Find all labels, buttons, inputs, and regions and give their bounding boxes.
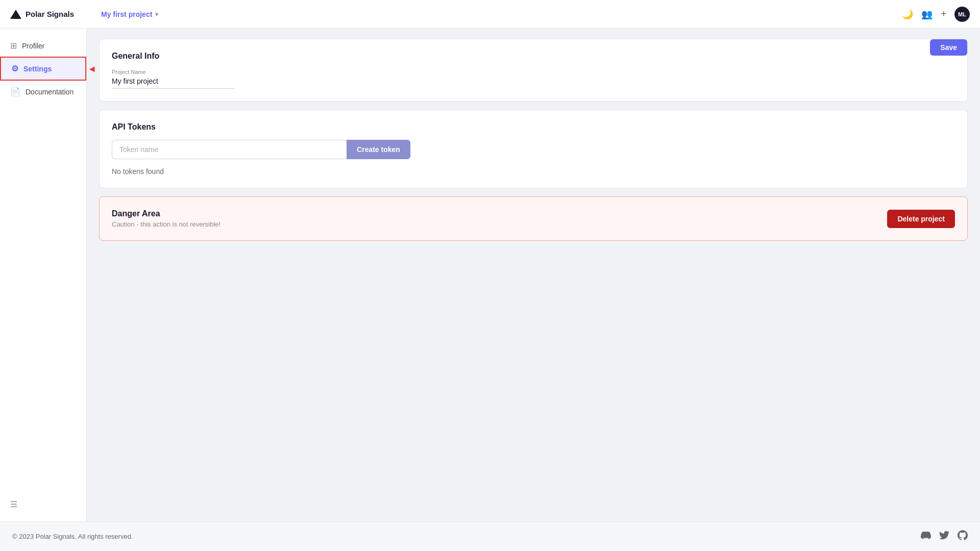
nav-right: 🌙 👥 + ML — [902, 7, 970, 22]
gear-icon: ⚙ — [11, 64, 18, 73]
sidebar-item-documentation[interactable]: 📄 Documentation — [0, 81, 86, 103]
danger-area-card: Danger Area Caution - this action is not… — [99, 196, 968, 241]
general-info-card: General Info Save Project Name My first … — [99, 39, 968, 102]
footer-icons — [921, 530, 968, 543]
sidebar-item-label: Settings — [23, 65, 52, 73]
project-name-value: My first project — [112, 77, 234, 89]
project-selector[interactable]: My first project ▾ — [97, 8, 162, 20]
sidebar-bottom: ☰ — [0, 493, 86, 515]
danger-title: Danger Area — [112, 209, 220, 218]
twitter-icon[interactable] — [939, 530, 949, 543]
github-icon[interactable] — [958, 530, 968, 543]
no-tokens-text: No tokens found — [112, 167, 955, 176]
logo-area: Polar Signals — [10, 10, 97, 19]
profiler-icon: ⊞ — [10, 41, 17, 51]
users-icon[interactable]: 👥 — [921, 9, 933, 20]
project-name-label: Project Name — [112, 69, 234, 75]
logo-triangle-icon — [10, 10, 21, 19]
delete-project-button[interactable]: Delete project — [887, 210, 955, 228]
project-name-field: Project Name My first project — [112, 69, 234, 89]
doc-icon: 📄 — [10, 87, 20, 96]
save-button[interactable]: Save — [930, 39, 967, 56]
discord-icon[interactable] — [921, 530, 931, 543]
token-name-input[interactable] — [112, 140, 347, 159]
create-token-button[interactable]: Create token — [347, 140, 410, 159]
api-tokens-title: API Tokens — [112, 122, 955, 132]
avatar[interactable]: ML — [954, 7, 970, 22]
chevron-down-icon: ▾ — [155, 11, 158, 18]
token-input-row: Create token — [112, 140, 955, 159]
copyright-text: © 2023 Polar Signals. All rights reserve… — [12, 533, 133, 540]
danger-subtitle: Caution - this action is not reversible! — [112, 220, 220, 228]
menu-icon[interactable]: ☰ — [10, 500, 17, 509]
sidebar-item-settings[interactable]: ⚙ Settings — [0, 57, 86, 81]
general-info-title: General Info — [112, 52, 955, 61]
footer: © 2023 Polar Signals. All rights reserve… — [0, 521, 980, 551]
app-name: Polar Signals — [26, 10, 74, 18]
danger-area-info: Danger Area Caution - this action is not… — [112, 209, 220, 228]
project-name: My first project — [101, 10, 152, 18]
topnav: Polar Signals My first project ▾ 🌙 👥 + M… — [0, 0, 980, 29]
sidebar: ⊞ Profiler ⚙ Settings 📄 Documentation ☰ — [0, 29, 87, 521]
sidebar-item-label: Documentation — [26, 88, 74, 96]
sidebar-item-label: Profiler — [22, 42, 44, 50]
api-tokens-card: API Tokens Create token No tokens found — [99, 110, 968, 188]
plus-icon[interactable]: + — [941, 9, 946, 19]
main-layout: ⊞ Profiler ⚙ Settings 📄 Documentation ☰ … — [0, 29, 980, 521]
moon-icon[interactable]: 🌙 — [902, 9, 913, 20]
content-area: General Info Save Project Name My first … — [87, 29, 980, 521]
sidebar-item-profiler[interactable]: ⊞ Profiler — [0, 35, 86, 57]
